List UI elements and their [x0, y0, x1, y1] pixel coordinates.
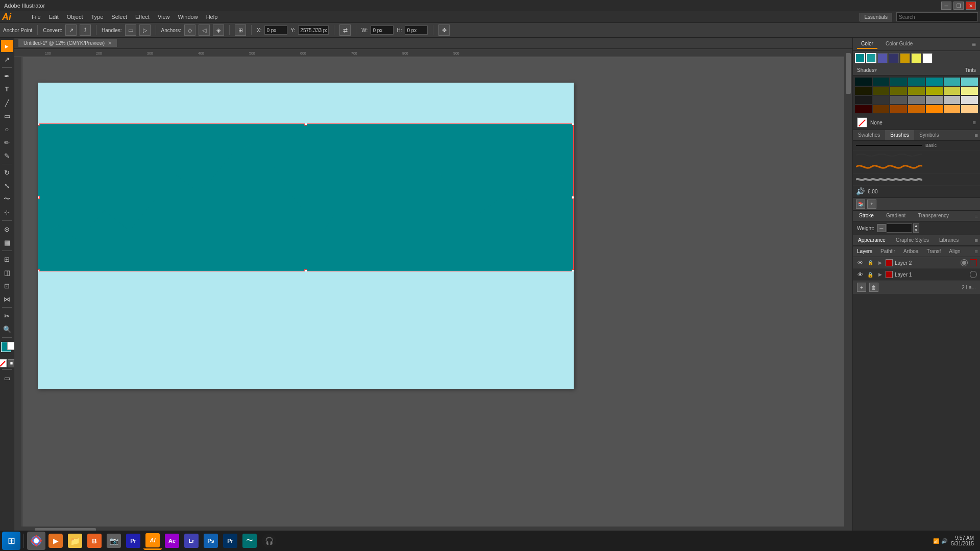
shade-5[interactable] — [926, 78, 943, 86]
handles-btn2[interactable]: ▷ — [139, 24, 151, 36]
swatch-yellow[interactable] — [911, 53, 921, 63]
taskbar-media[interactable]: ▶ — [46, 532, 65, 550]
shade-16[interactable] — [873, 96, 890, 104]
layer1-expand[interactable]: ▶ — [876, 271, 884, 278]
shade-28[interactable] — [961, 105, 978, 113]
layer2-name[interactable]: Layer 2 — [895, 260, 959, 266]
menu-object[interactable]: Object — [63, 13, 87, 21]
anchors-btn2[interactable]: ◁ — [199, 24, 210, 36]
new-layer-button[interactable]: + — [857, 283, 866, 292]
vertical-scrollbar[interactable] — [844, 38, 852, 527]
taskbar-lightroom[interactable]: Lr — [182, 532, 201, 550]
swatch-teal2[interactable] — [866, 53, 876, 63]
convert-btn1[interactable]: ↗ — [65, 24, 77, 36]
rotate-tool[interactable]: ↻ — [1, 166, 13, 179]
menu-window[interactable]: Window — [174, 13, 202, 21]
pen-tool[interactable]: ✒ — [1, 70, 13, 82]
layers-panel-menu[interactable]: ≡ — [973, 246, 980, 257]
layer2-lock[interactable]: 🔓 — [866, 259, 874, 267]
stroke-weight-spinner[interactable]: ▲▼ — [913, 223, 919, 233]
scissors-tool[interactable]: ✂ — [1, 310, 13, 322]
column-graph-tool[interactable]: ▦ — [1, 236, 13, 248]
scale-tool[interactable]: ⤡ — [1, 180, 13, 192]
layer2-visibility[interactable]: 👁 — [856, 259, 864, 267]
swatch-purple[interactable] — [877, 53, 888, 63]
swatch-teal[interactable] — [855, 53, 865, 63]
color-tab[interactable]: Color — [857, 39, 877, 49]
color-panel-menu[interactable]: ≡ — [972, 40, 976, 48]
shade-27[interactable] — [944, 105, 961, 113]
shade-23[interactable] — [873, 105, 890, 113]
brush-row-textured[interactable] — [853, 151, 980, 160]
brush-row-wave[interactable] — [853, 160, 980, 174]
shade-6[interactable] — [944, 78, 961, 86]
direct-selection-tool[interactable]: ↗ — [1, 53, 13, 65]
transform-tab[interactable]: Transf — [922, 246, 945, 257]
menu-file[interactable]: File — [28, 13, 45, 21]
layer-row-2[interactable]: 👁 🔓 ▶ Layer 2 — [853, 257, 980, 269]
brush-library-btn[interactable]: 📚 — [856, 199, 865, 209]
transform-options-button[interactable]: ✥ — [438, 24, 450, 36]
layer1-visibility[interactable]: 👁 — [856, 270, 864, 279]
menu-view[interactable]: View — [154, 13, 174, 21]
brushes-panel-menu[interactable]: ≡ — [973, 130, 980, 140]
type-tool[interactable]: T — [1, 83, 13, 95]
appearance-tab[interactable]: Appearance — [853, 235, 891, 245]
stroke-weight-decrement[interactable]: ─ — [877, 224, 886, 232]
handles-btn1[interactable]: ▭ — [125, 24, 136, 36]
link-wh-button[interactable]: ⇄ — [339, 24, 351, 36]
layer2-expand[interactable]: ▶ — [876, 259, 884, 266]
y-input[interactable] — [298, 26, 329, 35]
x-input[interactable] — [264, 26, 287, 35]
taskbar-premiere[interactable]: Pr — [221, 532, 239, 550]
shade-19[interactable] — [926, 96, 943, 104]
restore-button[interactable]: ❐ — [953, 2, 964, 10]
transparency-tab[interactable]: Transparency — [912, 211, 955, 221]
fill-none-box[interactable] — [857, 117, 867, 128]
anchors-btn1[interactable]: ◇ — [184, 24, 195, 36]
shade-10[interactable] — [890, 87, 907, 95]
shade-17[interactable] — [890, 96, 907, 104]
shade-12[interactable] — [926, 87, 943, 95]
brush-tool[interactable]: ✏ — [1, 136, 13, 148]
shade-9[interactable] — [873, 87, 890, 95]
shade-1[interactable] — [855, 78, 872, 86]
brushes-tab[interactable]: Brushes — [885, 130, 914, 140]
h-input[interactable] — [405, 26, 428, 35]
mesh-tool[interactable]: ⊞ — [1, 253, 13, 265]
layer1-target[interactable] — [970, 271, 977, 278]
free-transform-tool[interactable]: ⊹ — [1, 206, 13, 218]
swatch-darkpurple[interactable] — [889, 53, 899, 63]
layers-tab[interactable]: Layers — [853, 246, 876, 257]
libraries-tab[interactable]: Libraries — [934, 235, 964, 245]
shade-25[interactable] — [908, 105, 925, 113]
canvas-area[interactable]: 100 200 300 400 500 600 700 800 900 — [14, 38, 852, 535]
taskbar-photoshop[interactable]: Ps — [202, 532, 220, 550]
selection-tool[interactable]: ▸ — [1, 40, 13, 52]
symbol-tool[interactable]: ⊛ — [1, 223, 13, 235]
swatch-white[interactable] — [922, 53, 933, 63]
vertical-scroll-thumb[interactable] — [846, 53, 851, 94]
none-swatch[interactable] — [0, 359, 7, 367]
pathfinder-tab[interactable]: Pathfir — [876, 246, 899, 257]
doc-tab-item[interactable]: Untitled-1* @ 12% (CMYK/Preview) ✕ — [18, 39, 117, 47]
fill-panel-menu[interactable]: ≡ — [973, 119, 976, 126]
shade-26[interactable] — [926, 105, 943, 113]
system-clock[interactable]: 9:57 AM 5/31/2015 — [951, 535, 974, 546]
symbols-tab[interactable]: Symbols — [914, 130, 944, 140]
shade-11[interactable] — [908, 87, 925, 95]
menu-help[interactable]: Help — [202, 13, 222, 21]
rect-tool[interactable]: ▭ — [1, 110, 13, 122]
taskbar-illustrator[interactable]: Ai — [143, 532, 162, 550]
menu-select[interactable]: Select — [107, 13, 131, 21]
color-guide-tab[interactable]: Color Guide — [881, 39, 917, 49]
swatches-tab[interactable]: Swatches — [853, 130, 885, 140]
zoom-tool[interactable]: 🔍 — [1, 323, 13, 335]
layer1-lock[interactable]: 🔒 — [866, 270, 874, 279]
start-button[interactable]: ⊞ — [2, 532, 20, 550]
convert-btn2[interactable]: ⤴ — [80, 24, 91, 36]
search-input[interactable] — [896, 12, 978, 21]
delete-layer-button[interactable]: 🗑 — [869, 283, 878, 292]
menu-type[interactable]: Type — [87, 13, 108, 21]
taskbar-camera[interactable]: 📷 — [105, 532, 123, 550]
